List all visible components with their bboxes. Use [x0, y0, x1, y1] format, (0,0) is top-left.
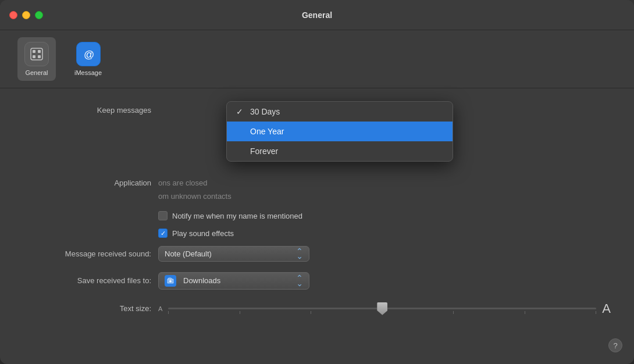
message-sound-row: Message received sound: Note (Default) ⌃… — [23, 246, 611, 262]
slider-tick — [453, 311, 454, 314]
titlebar: General — [0, 0, 634, 30]
window-title: General — [302, 10, 332, 20]
slider-tick — [596, 311, 596, 314]
sound-chevron-icon: ⌃ ⌃ — [296, 249, 303, 259]
toolbar-item-general[interactable]: General — [17, 37, 56, 81]
message-sound-label: Message received sound: — [23, 249, 151, 258]
application-notifications-label: Application — [23, 179, 151, 187]
imessage-label: iMessage — [74, 69, 102, 76]
svg-rect-3 — [33, 55, 35, 58]
minimize-button[interactable] — [22, 11, 30, 19]
imessage-icon: @ — [76, 42, 101, 66]
save-files-row: Save received files to: Downloads ⌃ — [23, 272, 611, 290]
keep-messages-dropdown[interactable]: ✓ 30 Days One Year Forever — [226, 101, 453, 162]
slider-track-area[interactable] — [168, 300, 596, 317]
dropdown-oneyear-label: One Year — [250, 127, 284, 136]
dropdown-item-forever[interactable]: Forever — [227, 141, 453, 161]
play-sound-checkbox[interactable]: ✓ — [158, 229, 168, 238]
slider-tick — [240, 311, 240, 314]
downloads-folder-icon — [165, 275, 176, 287]
slider-tick — [525, 311, 525, 314]
notify-name-checkbox[interactable] — [158, 211, 168, 220]
svg-rect-4 — [38, 55, 41, 58]
svg-rect-2 — [38, 50, 41, 53]
general-icon — [24, 42, 49, 66]
window: General General @ iMessage — [0, 0, 634, 364]
notify-name-row: Notify me when my name is mentioned — [23, 211, 611, 220]
text-size-large-icon: A — [602, 301, 611, 316]
close-button[interactable] — [9, 11, 17, 19]
text-size-label: Text size: — [23, 304, 151, 313]
check-30days: ✓ — [236, 107, 248, 116]
slider-tick — [311, 311, 311, 314]
keep-messages-label: Keep messages — [23, 106, 151, 115]
svg-rect-1 — [33, 50, 35, 53]
files-chevron-icon: ⌃ ⌃ — [296, 276, 303, 286]
play-sound-label: Play sound effects — [172, 229, 234, 238]
help-label: ? — [613, 341, 617, 350]
toolbar-item-imessage[interactable]: @ iMessage — [67, 37, 109, 81]
save-files-dropdown[interactable]: Downloads ⌃ ⌃ — [158, 272, 309, 290]
application-notifications-row: Application ons are closed — [23, 179, 611, 187]
unknown-contacts-value: om unknown contacts — [158, 192, 231, 201]
svg-rect-0 — [31, 48, 42, 60]
keep-messages-row: Keep messages ✓ 30 Days One Year Forever — [23, 106, 611, 115]
help-button[interactable]: ? — [608, 338, 622, 352]
text-size-small-icon: A — [158, 305, 162, 312]
dropdown-30days-label: 30 Days — [250, 107, 280, 116]
content-area: Keep messages ✓ 30 Days One Year Forever — [0, 88, 634, 364]
toolbar: General @ iMessage — [0, 30, 634, 88]
message-sound-dropdown[interactable]: Note (Default) ⌃ ⌃ — [158, 246, 309, 262]
dropdown-forever-label: Forever — [250, 147, 278, 156]
text-size-slider-container: A — [158, 300, 611, 317]
play-sound-row: ✓ Play sound effects — [23, 229, 611, 238]
dropdown-item-oneyear[interactable]: One Year — [227, 122, 453, 141]
general-label: General — [25, 69, 48, 76]
notify-name-label: Notify me when my name is mentioned — [172, 212, 302, 220]
maximize-button[interactable] — [35, 11, 43, 19]
save-files-value: Downloads — [183, 276, 220, 285]
save-files-label: Save received files to: — [23, 276, 151, 285]
application-notifications-value: ons are closed — [158, 179, 208, 187]
text-size-row: Text size: A — [23, 300, 611, 317]
slider-tick — [168, 311, 169, 314]
message-sound-value: Note (Default) — [165, 249, 212, 258]
unknown-contacts-row: om unknown contacts — [23, 192, 611, 201]
slider-track — [168, 308, 596, 309]
svg-text:@: @ — [84, 49, 94, 60]
traffic-lights — [9, 11, 43, 19]
dropdown-item-30days[interactable]: ✓ 30 Days — [227, 102, 453, 122]
